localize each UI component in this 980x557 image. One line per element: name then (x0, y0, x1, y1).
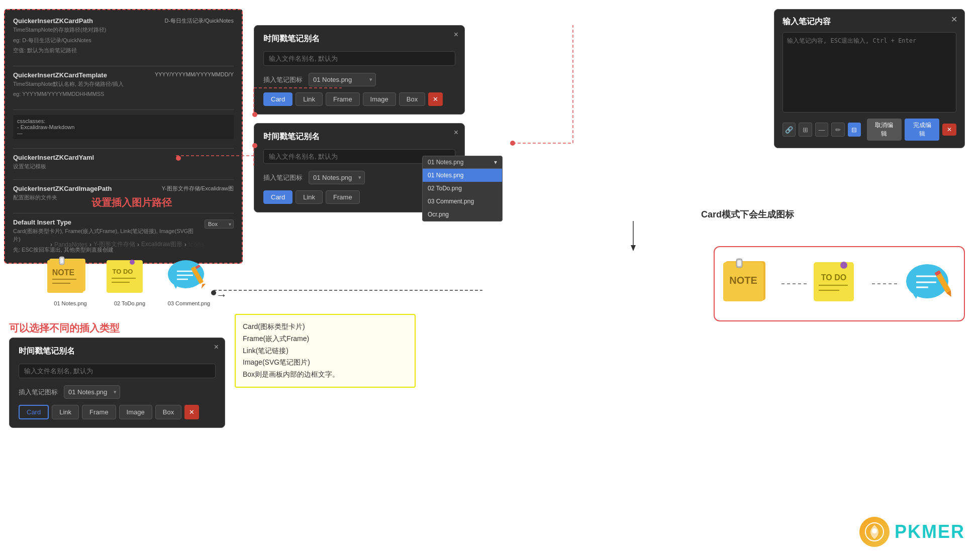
file-browser-item-1[interactable]: Y-图形文件存储 (93, 240, 135, 249)
close-button-mid[interactable]: × (454, 129, 458, 137)
dialog-title-mid: 时间戳笔记别名 (263, 132, 455, 142)
svg-text:NOTE: NOTE (52, 268, 75, 277)
btn-box-top[interactable]: Box (399, 92, 425, 106)
setting-key-6: Default Insert Type (13, 218, 199, 226)
alias-input-top[interactable] (263, 51, 455, 66)
btn-link-top[interactable]: Link (296, 92, 323, 106)
dropdown-header: 01 Notes.png ▾ (423, 156, 502, 169)
close-button-bottom[interactable]: × (214, 343, 219, 351)
alias-input-bottom[interactable] (19, 364, 216, 378)
btn-box-bottom[interactable]: Box (155, 405, 181, 419)
dropdown-item-1[interactable]: 02 ToDo.png (423, 182, 502, 195)
css-key: cssclasses: (17, 118, 230, 124)
settings-row-css: cssclasses: - Excalidraw-Markdown — (13, 115, 234, 139)
btn-image-top[interactable]: Image (363, 92, 396, 106)
annotation-card-mode: Card模式下会生成图标 (701, 208, 794, 220)
setting-desc-2a: TimeStampNote默认名称, 若为存储路径/插入 (13, 80, 155, 88)
type-select[interactable]: Box Card Frame Link Image (205, 219, 234, 229)
red-dot-1 (252, 112, 257, 117)
note-toolbar: 🔗 ⊞ — ✏ ⊟ 取消编辑 完成编辑 ✕ (782, 119, 956, 141)
insert-icon-label-top: 插入笔记图标 (263, 75, 304, 84)
delete-edit-btn[interactable]: ✕ (942, 124, 956, 136)
thumb-note: NOTE 01 Notes.png (45, 256, 95, 306)
todo-icon-svg: TO DO (105, 256, 155, 297)
btn-link-bottom[interactable]: Link (52, 405, 79, 419)
settings-row-yaml: QuickerInsertZKCardYaml 设置笔记模板 (13, 154, 234, 171)
delete-btn-top[interactable]: ✕ (428, 92, 443, 106)
cancel-edit-btn[interactable]: 取消编辑 (867, 119, 902, 141)
yellow-line-4: Box则是画板内部的边框文字。 (243, 369, 408, 381)
thumb-todo: TO DO 02 ToDo.png (105, 256, 155, 306)
red-dot-2 (176, 156, 181, 161)
dialog-title-top: 时间戳笔记别名 (263, 34, 455, 44)
file-browser-item-0[interactable]: PandaNotes (54, 241, 87, 248)
dropdown-selected-label: 01 Notes.png (428, 159, 463, 166)
yellow-description-box: Card(图标类型卡片) Frame(嵌入式Frame) Link(笔记链接) … (235, 314, 416, 388)
setting-desc-1a: TimeStampNote的存放路径(绝对路径) (13, 26, 164, 34)
toolbar-grid-icon[interactable]: ⊞ (799, 123, 812, 137)
setting-key-4: QuickerInsertZKCardYaml (13, 154, 234, 161)
showcase-todo-icon: TO DO (812, 256, 867, 311)
close-button-top[interactable]: × (454, 31, 458, 39)
btn-card-bottom[interactable]: Card (19, 405, 49, 419)
note-input-title: 输入笔记内容 (782, 17, 956, 27)
svg-text:NOTE: NOTE (729, 275, 757, 286)
btn-card-top[interactable]: Card (263, 92, 292, 106)
toolbar-dash-icon[interactable]: — (815, 123, 828, 137)
setting-value-5: Y-图形文件存储/Excalidraw图 (162, 185, 234, 192)
note-input-textarea[interactable] (782, 32, 956, 113)
note-input-close[interactable]: ✕ (951, 15, 957, 24)
toolbar-edit-icon[interactable]: ✏ (831, 123, 844, 137)
btn-frame-bottom[interactable]: Frame (82, 405, 116, 419)
icon-dropdown-menu: 01 Notes.png ▾ 01 Notes.png 02 ToDo.png … (422, 156, 503, 221)
svg-marker-50 (631, 245, 636, 251)
pkmer-circle-icon (859, 517, 890, 547)
setting-key-1: QuickerInsertZKCardPath (13, 17, 164, 25)
pkmer-text: PKMER (895, 521, 965, 542)
note-icon-svg: NOTE (45, 256, 95, 297)
btn-image-bottom[interactable]: Image (119, 405, 152, 419)
thumb-comment-label: 03 Comment.png (168, 300, 210, 306)
icon-select-top[interactable]: 01 Notes.png 02 ToDo.png 03 Comment.png … (309, 73, 376, 86)
settings-row-type: Default Insert Type Card(图标类型卡片), Frame(… (13, 218, 234, 256)
thumb-note-label: 01 Notes.png (54, 300, 86, 306)
dropdown-item-2[interactable]: 03 Comment.png (423, 195, 502, 208)
setting-value-2: YYYY/YYYYMM/YYYYMMDD/Y (155, 71, 234, 77)
settings-row-template: QuickerInsertZKCardTemplate TimeStampNot… (13, 71, 234, 100)
setting-key-5: QuickerInsertZKCardImagePath (13, 185, 162, 192)
svg-text:TO DO: TO DO (113, 268, 133, 275)
file-sep-3: › (184, 241, 186, 248)
svg-point-30 (840, 262, 847, 269)
insert-type-buttons-top: Card Link Frame Image Box ✕ (263, 92, 455, 106)
svg-rect-8 (107, 260, 143, 293)
setting-desc-1b: eg: D-每日生活记录/QuickNotes (13, 36, 164, 45)
insert-icon-label-bottom: 插入笔记图标 (19, 388, 59, 397)
delete-btn-bottom[interactable]: ✕ (184, 405, 199, 419)
complete-edit-btn[interactable]: 完成编辑 (905, 119, 939, 141)
btn-frame-top[interactable]: Frame (326, 92, 360, 106)
css-val: - Excalidraw-Markdown (17, 124, 230, 130)
comment-icon-svg (164, 256, 214, 297)
icon-select-bottom[interactable]: 01 Notes.png (64, 385, 120, 399)
insert-type-buttons-bottom: Card Link Frame Image Box ✕ (19, 405, 216, 419)
icon-select-mid[interactable]: 01 Notes.png (309, 171, 365, 184)
btn-link-mid[interactable]: Link (296, 190, 323, 204)
svg-text:TO DO: TO DO (821, 273, 846, 282)
yellow-line-3: Image(SVG笔记图片) (243, 357, 408, 369)
toolbar-code-icon[interactable]: ⊟ (848, 123, 861, 137)
file-browser-item-3[interactable]: Icons (188, 241, 204, 248)
dialog-title-bottom: 时间戳笔记别名 (19, 346, 216, 357)
arrow-right: → (216, 289, 227, 302)
dropdown-item-0[interactable]: 01 Notes.png (423, 169, 502, 182)
file-browser-item-2[interactable]: Excalidraw图形 (141, 240, 182, 249)
annotation-img-path: 设置插入图片路径 (91, 196, 172, 209)
toolbar-link-icon[interactable]: 🔗 (782, 123, 796, 137)
setting-desc-1c: 空值: 默认为当前笔记路径 (13, 46, 164, 55)
dropdown-arrow: ▾ (494, 159, 497, 166)
btn-frame-mid[interactable]: Frame (326, 190, 360, 204)
dialog-timestamp-bottom: 时间戳笔记别名 × 插入笔记图标 01 Notes.png Card Link … (9, 338, 225, 428)
btn-card-mid[interactable]: Card (263, 190, 292, 204)
dropdown-item-3[interactable]: Ocr.png (423, 208, 502, 221)
svg-point-12 (130, 260, 135, 265)
svg-rect-25 (737, 260, 741, 266)
